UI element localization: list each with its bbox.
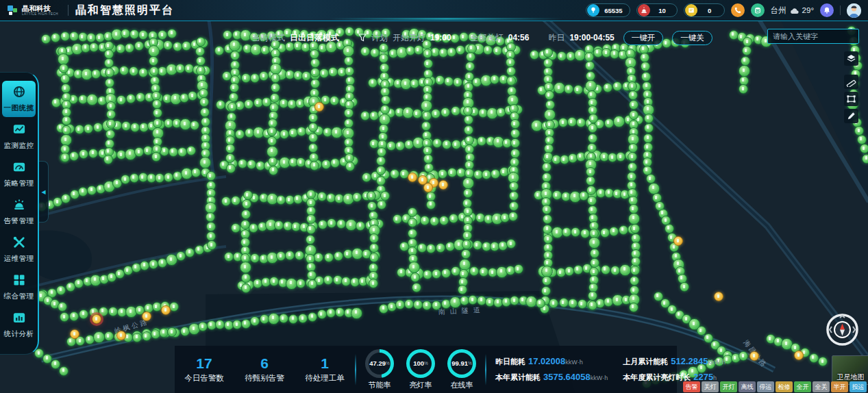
light-marker[interactable] xyxy=(509,181,519,191)
light-marker[interactable] xyxy=(510,129,520,138)
light-marker[interactable] xyxy=(714,292,723,301)
light-marker[interactable] xyxy=(69,151,79,161)
light-marker[interactable] xyxy=(58,302,67,312)
light-marker[interactable] xyxy=(542,162,551,172)
light-marker[interactable] xyxy=(438,180,448,190)
satellite-map-toggle[interactable]: 卫星地图 xyxy=(832,355,868,385)
light-marker[interactable] xyxy=(158,30,167,40)
light-marker[interactable] xyxy=(268,313,280,325)
light-marker[interactable] xyxy=(451,140,461,149)
light-marker[interactable] xyxy=(307,270,317,280)
light-marker[interactable] xyxy=(108,307,118,316)
light-marker[interactable] xyxy=(330,158,340,168)
light-marker[interactable] xyxy=(116,44,125,53)
light-marker[interactable] xyxy=(580,229,590,238)
light-marker[interactable] xyxy=(306,225,316,234)
light-marker[interactable] xyxy=(588,134,597,143)
light-marker[interactable] xyxy=(857,135,867,144)
light-marker[interactable] xyxy=(92,314,101,324)
sidebar-item-tools[interactable]: 运维管理 xyxy=(2,231,36,268)
light-marker[interactable] xyxy=(619,225,628,235)
light-marker[interactable] xyxy=(510,138,520,148)
light-marker[interactable] xyxy=(191,168,201,177)
light-marker[interactable] xyxy=(604,118,614,128)
light-marker[interactable] xyxy=(444,77,454,86)
light-marker[interactable] xyxy=(462,240,471,249)
light-marker[interactable] xyxy=(344,56,354,66)
light-marker[interactable] xyxy=(630,276,639,286)
sidebar-item-strategy[interactable]: 策略管理 xyxy=(2,156,36,192)
light-marker[interactable] xyxy=(215,320,225,329)
light-marker[interactable] xyxy=(588,123,597,133)
sidebar-collapse-handle[interactable]: ◀ xyxy=(39,161,49,223)
light-marker[interactable] xyxy=(456,45,465,55)
light-marker[interactable] xyxy=(380,105,390,114)
light-marker[interactable] xyxy=(267,136,277,146)
light-marker[interactable] xyxy=(794,351,804,360)
light-marker[interactable] xyxy=(310,58,320,68)
light-marker[interactable] xyxy=(483,45,493,55)
light-marker[interactable] xyxy=(673,236,683,246)
light-marker[interactable] xyxy=(508,212,518,221)
light-marker[interactable] xyxy=(466,52,475,62)
light-marker[interactable] xyxy=(628,162,637,172)
light-marker[interactable] xyxy=(330,96,339,105)
light-marker[interactable] xyxy=(198,322,208,331)
light-marker[interactable] xyxy=(612,81,622,91)
light-marker[interactable] xyxy=(268,157,277,166)
light-marker[interactable] xyxy=(530,50,539,60)
light-marker[interactable] xyxy=(644,114,654,123)
light-marker[interactable] xyxy=(545,100,555,110)
light-marker[interactable] xyxy=(308,123,318,132)
light-marker[interactable] xyxy=(229,40,240,51)
light-marker[interactable] xyxy=(288,314,298,324)
sidebar-item-monitor[interactable]: 监测监控 xyxy=(2,118,36,155)
light-marker[interactable] xyxy=(438,169,447,179)
light-marker[interactable] xyxy=(490,75,499,84)
light-marker[interactable] xyxy=(404,299,414,309)
light-marker[interactable] xyxy=(367,201,377,211)
light-marker[interactable] xyxy=(326,308,336,318)
light-marker[interactable] xyxy=(576,118,586,127)
light-marker[interactable] xyxy=(588,114,598,123)
light-marker[interactable] xyxy=(441,268,451,278)
light-marker[interactable] xyxy=(61,84,71,93)
light-marker[interactable] xyxy=(196,37,206,47)
legend-chip[interactable]: 投运 xyxy=(850,381,867,392)
light-marker[interactable] xyxy=(588,291,597,301)
light-marker[interactable] xyxy=(60,312,69,322)
light-marker[interactable] xyxy=(240,262,251,273)
light-marker[interactable] xyxy=(121,121,131,131)
light-marker[interactable] xyxy=(308,279,317,289)
light-marker[interactable] xyxy=(161,305,171,315)
light-marker[interactable] xyxy=(241,73,251,83)
light-marker[interactable] xyxy=(129,173,139,183)
light-marker[interactable] xyxy=(460,296,469,305)
light-marker[interactable] xyxy=(578,299,587,309)
light-marker[interactable] xyxy=(447,47,456,57)
legend-chip[interactable]: 离线 xyxy=(739,381,756,392)
light-marker[interactable] xyxy=(543,225,552,234)
light-marker[interactable] xyxy=(818,357,828,366)
legend-chip[interactable]: 半开 xyxy=(831,381,848,392)
light-marker[interactable] xyxy=(142,331,151,341)
light-marker[interactable] xyxy=(603,83,612,92)
light-marker[interactable] xyxy=(231,223,240,233)
light-marker[interactable] xyxy=(356,221,365,231)
light-marker[interactable] xyxy=(206,222,216,231)
light-marker[interactable] xyxy=(182,41,191,51)
light-marker[interactable] xyxy=(126,94,136,103)
light-marker[interactable] xyxy=(93,331,105,343)
map-compass[interactable] xyxy=(826,313,859,346)
light-marker[interactable] xyxy=(242,199,251,209)
light-marker[interactable] xyxy=(509,201,519,211)
light-marker[interactable] xyxy=(640,53,649,62)
light-marker[interactable] xyxy=(75,125,84,134)
light-marker[interactable] xyxy=(557,51,567,61)
light-marker[interactable] xyxy=(344,118,354,128)
light-marker[interactable] xyxy=(395,141,405,151)
light-marker[interactable] xyxy=(106,129,115,139)
light-marker[interactable] xyxy=(643,134,653,143)
light-marker[interactable] xyxy=(138,68,148,77)
light-marker[interactable] xyxy=(588,301,597,310)
